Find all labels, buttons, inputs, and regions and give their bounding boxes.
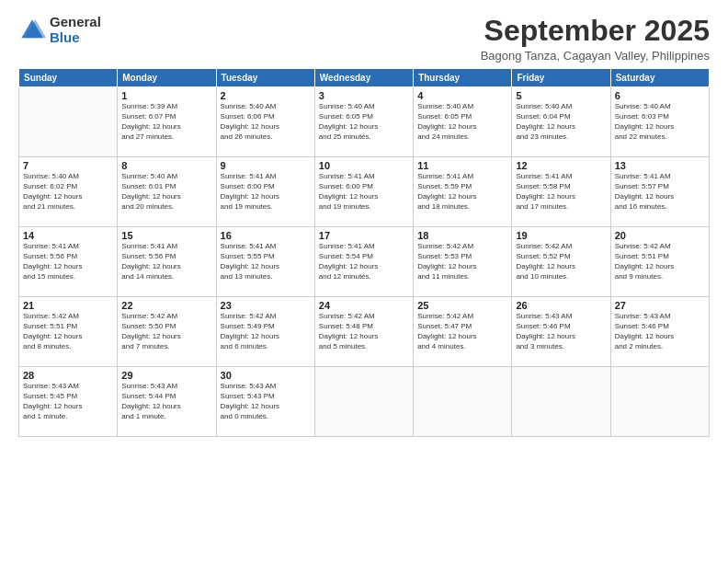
day-number: 27 <box>615 300 705 311</box>
table-row: 13Sunrise: 5:41 AM Sunset: 5:57 PM Dayli… <box>610 157 709 227</box>
day-info: Sunrise: 5:42 AM Sunset: 5:49 PM Dayligh… <box>221 312 311 351</box>
table-row: 21Sunrise: 5:42 AM Sunset: 5:51 PM Dayli… <box>19 297 118 367</box>
day-number: 8 <box>121 160 211 171</box>
day-number: 26 <box>516 300 606 311</box>
table-row: 27Sunrise: 5:43 AM Sunset: 5:46 PM Dayli… <box>610 297 709 367</box>
day-info: Sunrise: 5:41 AM Sunset: 5:58 PM Dayligh… <box>516 172 606 212</box>
table-row <box>610 367 709 437</box>
day-number: 13 <box>615 160 705 171</box>
table-row: 20Sunrise: 5:42 AM Sunset: 5:51 PM Dayli… <box>610 227 709 297</box>
day-info: Sunrise: 5:42 AM Sunset: 5:52 PM Dayligh… <box>516 242 606 282</box>
day-number: 1 <box>121 90 211 101</box>
day-number: 20 <box>615 230 705 241</box>
day-number: 30 <box>221 370 311 381</box>
col-monday: Monday <box>118 69 216 87</box>
day-info: Sunrise: 5:41 AM Sunset: 5:59 PM Dayligh… <box>417 172 507 212</box>
table-row: 7Sunrise: 5:40 AM Sunset: 6:02 PM Daylig… <box>19 157 118 227</box>
table-row: 12Sunrise: 5:41 AM Sunset: 5:58 PM Dayli… <box>512 157 610 227</box>
day-number: 16 <box>221 230 311 241</box>
day-info: Sunrise: 5:42 AM Sunset: 5:51 PM Dayligh… <box>23 312 113 351</box>
table-row: 16Sunrise: 5:41 AM Sunset: 5:55 PM Dayli… <box>216 227 314 297</box>
col-wednesday: Wednesday <box>314 69 413 87</box>
day-info: Sunrise: 5:40 AM Sunset: 6:01 PM Dayligh… <box>121 172 211 212</box>
calendar-body: 1Sunrise: 5:39 AM Sunset: 6:07 PM Daylig… <box>19 87 710 437</box>
day-info: Sunrise: 5:40 AM Sunset: 6:06 PM Dayligh… <box>221 102 311 142</box>
day-number: 28 <box>23 370 113 381</box>
day-number: 15 <box>121 230 211 241</box>
day-info: Sunrise: 5:42 AM Sunset: 5:48 PM Dayligh… <box>319 312 409 351</box>
day-info: Sunrise: 5:42 AM Sunset: 5:50 PM Dayligh… <box>121 312 211 351</box>
table-row: 17Sunrise: 5:41 AM Sunset: 5:54 PM Dayli… <box>314 227 413 297</box>
logo-text: General Blue <box>50 15 101 45</box>
day-number: 25 <box>417 300 507 311</box>
col-friday: Friday <box>512 69 610 87</box>
table-row: 10Sunrise: 5:41 AM Sunset: 6:00 PM Dayli… <box>314 157 413 227</box>
day-number: 11 <box>417 160 507 171</box>
calendar-week-row: 7Sunrise: 5:40 AM Sunset: 6:02 PM Daylig… <box>19 157 710 227</box>
table-row: 9Sunrise: 5:41 AM Sunset: 6:00 PM Daylig… <box>216 157 314 227</box>
table-row: 8Sunrise: 5:40 AM Sunset: 6:01 PM Daylig… <box>118 157 216 227</box>
day-info: Sunrise: 5:42 AM Sunset: 5:53 PM Dayligh… <box>417 242 507 282</box>
table-row: 18Sunrise: 5:42 AM Sunset: 5:53 PM Dayli… <box>414 227 512 297</box>
day-info: Sunrise: 5:40 AM Sunset: 6:02 PM Dayligh… <box>23 172 113 212</box>
day-info: Sunrise: 5:40 AM Sunset: 6:04 PM Dayligh… <box>516 102 606 142</box>
col-thursday: Thursday <box>414 69 512 87</box>
day-info: Sunrise: 5:40 AM Sunset: 6:05 PM Dayligh… <box>319 102 409 142</box>
table-row: 1Sunrise: 5:39 AM Sunset: 6:07 PM Daylig… <box>118 87 216 157</box>
day-number: 6 <box>615 90 705 101</box>
calendar-week-row: 21Sunrise: 5:42 AM Sunset: 5:51 PM Dayli… <box>19 297 710 367</box>
day-number: 29 <box>121 370 211 381</box>
calendar-table: Sunday Monday Tuesday Wednesday Thursday… <box>18 68 710 437</box>
day-number: 19 <box>516 230 606 241</box>
calendar-header-row: Sunday Monday Tuesday Wednesday Thursday… <box>19 69 710 87</box>
table-row: 24Sunrise: 5:42 AM Sunset: 5:48 PM Dayli… <box>314 297 413 367</box>
day-info: Sunrise: 5:41 AM Sunset: 5:54 PM Dayligh… <box>319 242 409 282</box>
table-row: 26Sunrise: 5:43 AM Sunset: 5:46 PM Dayli… <box>512 297 610 367</box>
day-info: Sunrise: 5:41 AM Sunset: 6:00 PM Dayligh… <box>319 172 409 212</box>
day-info: Sunrise: 5:41 AM Sunset: 5:56 PM Dayligh… <box>121 242 211 282</box>
calendar-week-row: 14Sunrise: 5:41 AM Sunset: 5:56 PM Dayli… <box>19 227 710 297</box>
day-info: Sunrise: 5:43 AM Sunset: 5:45 PM Dayligh… <box>23 382 113 421</box>
table-row: 14Sunrise: 5:41 AM Sunset: 5:56 PM Dayli… <box>19 227 118 297</box>
day-info: Sunrise: 5:43 AM Sunset: 5:46 PM Dayligh… <box>615 312 705 351</box>
day-info: Sunrise: 5:42 AM Sunset: 5:47 PM Dayligh… <box>417 312 507 351</box>
col-tuesday: Tuesday <box>216 69 314 87</box>
table-row: 19Sunrise: 5:42 AM Sunset: 5:52 PM Dayli… <box>512 227 610 297</box>
page: General Blue September 2025 Bagong Tanza… <box>0 0 728 563</box>
table-row: 5Sunrise: 5:40 AM Sunset: 6:04 PM Daylig… <box>512 87 610 157</box>
day-info: Sunrise: 5:42 AM Sunset: 5:51 PM Dayligh… <box>615 242 705 282</box>
table-row <box>19 87 118 157</box>
day-info: Sunrise: 5:43 AM Sunset: 5:44 PM Dayligh… <box>121 382 211 421</box>
table-row: 15Sunrise: 5:41 AM Sunset: 5:56 PM Dayli… <box>118 227 216 297</box>
day-info: Sunrise: 5:41 AM Sunset: 5:57 PM Dayligh… <box>615 172 705 212</box>
day-number: 3 <box>319 90 409 101</box>
table-row: 22Sunrise: 5:42 AM Sunset: 5:50 PM Dayli… <box>118 297 216 367</box>
month-title: September 2025 <box>481 15 710 47</box>
day-number: 21 <box>23 300 113 311</box>
day-number: 10 <box>319 160 409 171</box>
day-number: 18 <box>417 230 507 241</box>
logo: General Blue <box>18 15 101 45</box>
table-row: 29Sunrise: 5:43 AM Sunset: 5:44 PM Dayli… <box>118 367 216 437</box>
day-info: Sunrise: 5:40 AM Sunset: 6:05 PM Dayligh… <box>417 102 507 142</box>
day-number: 12 <box>516 160 606 171</box>
day-number: 7 <box>23 160 113 171</box>
day-number: 9 <box>221 160 311 171</box>
col-saturday: Saturday <box>610 69 709 87</box>
day-number: 2 <box>221 90 311 101</box>
table-row: 30Sunrise: 5:43 AM Sunset: 5:43 PM Dayli… <box>216 367 314 437</box>
day-number: 14 <box>23 230 113 241</box>
day-number: 23 <box>221 300 311 311</box>
table-row <box>414 367 512 437</box>
day-number: 22 <box>121 300 211 311</box>
title-block: September 2025 Bagong Tanza, Cagayan Val… <box>481 15 710 63</box>
table-row: 6Sunrise: 5:40 AM Sunset: 6:03 PM Daylig… <box>610 87 709 157</box>
table-row <box>314 367 413 437</box>
day-info: Sunrise: 5:41 AM Sunset: 5:56 PM Dayligh… <box>23 242 113 282</box>
day-number: 4 <box>417 90 507 101</box>
table-row: 28Sunrise: 5:43 AM Sunset: 5:45 PM Dayli… <box>19 367 118 437</box>
table-row: 3Sunrise: 5:40 AM Sunset: 6:05 PM Daylig… <box>314 87 413 157</box>
day-info: Sunrise: 5:41 AM Sunset: 5:55 PM Dayligh… <box>221 242 311 282</box>
day-info: Sunrise: 5:40 AM Sunset: 6:03 PM Dayligh… <box>615 102 705 142</box>
logo-blue-text: Blue <box>50 30 101 46</box>
